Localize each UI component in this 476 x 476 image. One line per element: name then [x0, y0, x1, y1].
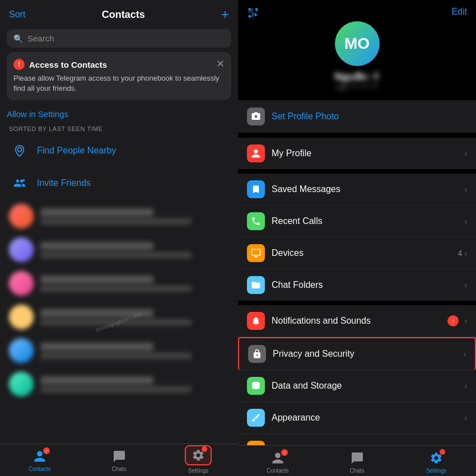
tab-chats-left[interactable]: Chats: [80, 449, 159, 474]
settings-scroll: Set Profile Photo My Profile ›: [238, 100, 476, 445]
settings-red-dot-right: [440, 449, 445, 455]
settings-tab-label-left: Settings: [188, 468, 208, 474]
settings-tab-icon-wrap-left: [190, 447, 206, 463]
my-profile-label: My Profile: [272, 148, 462, 158]
my-profile-chevron: ›: [464, 149, 467, 158]
contact-item-4: [0, 300, 238, 334]
contact-item-2: [0, 233, 238, 267]
devices-count: 4: [458, 249, 463, 258]
paintbrush-icon: [247, 409, 265, 427]
tab-contacts-left[interactable]: ! Contacts: [0, 449, 80, 474]
saved-chevron: ›: [464, 185, 467, 194]
find-nearby-label: Find People Nearby: [37, 146, 116, 156]
search-bar[interactable]: 🔍 Search: [7, 29, 231, 48]
contacts-header: Sort Contacts +: [0, 0, 238, 27]
close-banner-button[interactable]: ✕: [216, 58, 225, 70]
appearance-item[interactable]: Appearance ›: [238, 402, 476, 434]
edit-button[interactable]: Edit: [451, 7, 467, 17]
chat-folders-label: Chat Folders: [272, 280, 462, 290]
set-photo-group: Set Profile Photo: [238, 100, 476, 133]
invite-friends-label: Invite Friends: [37, 178, 91, 188]
gap-1: [238, 133, 476, 138]
svg-rect-13: [253, 14, 254, 17]
privacy-label: Privacy and Security: [273, 349, 461, 359]
settings-right-icon-wrap: [428, 450, 444, 466]
search-icon: 🔍: [13, 34, 23, 43]
qr-icon[interactable]: [247, 7, 259, 19]
privacy-chevron: ›: [463, 349, 466, 358]
calls-chevron: ›: [464, 217, 467, 226]
search-placeholder: Search: [27, 34, 54, 43]
profile-phone: +84 *** *** ***: [335, 83, 379, 91]
find-nearby-item[interactable]: Find People Nearby: [0, 134, 238, 167]
chats-tab-label: Chats: [111, 466, 126, 472]
appearance-label: Appearance: [272, 413, 462, 423]
contact-item-5: [0, 334, 238, 367]
tab-settings-left[interactable]: Settings: [158, 449, 238, 474]
tab-contacts-right[interactable]: ! Contacts: [238, 450, 318, 474]
devices-item[interactable]: Devices 4 ›: [238, 237, 476, 269]
chats-tab-icon-wrap: [111, 449, 127, 464]
phone-icon: [247, 212, 265, 230]
settings-tab-right-label: Settings: [426, 468, 446, 474]
location-icon: [9, 140, 30, 161]
svg-rect-8: [249, 15, 251, 16]
svg-rect-6: [255, 8, 256, 11]
data-chevron: ›: [464, 381, 467, 390]
right-tab-bar: ! Contacts Chats Settings: [238, 445, 476, 476]
bookmark-icon: [247, 180, 265, 198]
devices-icon: [247, 244, 265, 262]
contacts-title: Contacts: [102, 9, 145, 21]
devices-chevron: ›: [464, 249, 467, 258]
invite-friends-item[interactable]: Invite Friends: [0, 167, 238, 199]
svg-rect-9: [251, 16, 251, 18]
contacts-right-icon-wrap: !: [270, 450, 286, 466]
contacts-badge: !: [43, 447, 50, 454]
appearance-chevron: ›: [464, 413, 467, 422]
cylinder-icon: [247, 377, 265, 395]
saved-messages-item[interactable]: Saved Messages ›: [238, 174, 476, 206]
profile-name: Nguồn: !!: [335, 71, 380, 83]
svg-rect-11: [249, 12, 253, 12]
svg-rect-4: [256, 8, 258, 11]
access-banner-header: ! Access to Contacts ✕: [13, 59, 225, 70]
notif-chevron: ›: [464, 316, 467, 325]
contacts-badge-right: !: [281, 449, 288, 456]
contacts-tab-right-label: Contacts: [267, 468, 288, 474]
add-contact-button[interactable]: +: [221, 7, 229, 22]
set-profile-photo-item[interactable]: Set Profile Photo: [238, 100, 476, 133]
folder-icon: [247, 276, 265, 294]
tab-settings-right[interactable]: Settings: [396, 450, 476, 474]
allow-settings-button[interactable]: Allow in Settings: [0, 105, 238, 121]
person-add-icon: [9, 172, 30, 194]
settings-header: Edit: [238, 0, 476, 21]
settings-red-dot-left: [202, 446, 207, 452]
left-panel: Sort Contacts + 🔍 Search ! Access to Con…: [0, 0, 238, 476]
power-saving-label: Power Saving: [272, 445, 452, 445]
svg-rect-12: [253, 13, 256, 13]
contact-item-1: [0, 199, 238, 233]
chats-tab-right-label: Chats: [349, 468, 364, 474]
profile-section: MO Nguồn: !! +84 *** *** ***: [238, 21, 476, 100]
contacts-tab-label: Contacts: [29, 466, 50, 472]
settings-highlight-box: [185, 445, 212, 465]
power-saving-item[interactable]: Power Saving Off ›: [238, 434, 476, 445]
tab-chats-right[interactable]: Chats: [318, 450, 397, 474]
notifications-alert: !: [447, 315, 459, 326]
sort-button[interactable]: Sort: [9, 10, 25, 20]
contact-item-3: [0, 267, 238, 300]
data-storage-item[interactable]: Data and Storage ›: [238, 370, 476, 402]
contact-item-6: [0, 367, 238, 401]
folders-chevron: ›: [464, 281, 467, 290]
my-profile-item[interactable]: My Profile ›: [238, 138, 476, 169]
privacy-security-item[interactable]: Privacy and Security ›: [238, 337, 476, 370]
left-tab-bar: ! Contacts Chats Setting: [0, 444, 238, 476]
recent-calls-label: Recent Calls: [272, 216, 462, 226]
settings-menu-group: Notifications and Sounds ! › Privacy and…: [238, 305, 476, 445]
recent-calls-item[interactable]: Recent Calls ›: [238, 206, 476, 237]
chat-folders-item[interactable]: Chat Folders ›: [238, 269, 476, 301]
saved-messages-label: Saved Messages: [272, 184, 462, 194]
notifications-item[interactable]: Notifications and Sounds ! ›: [238, 305, 476, 337]
svg-rect-1: [249, 8, 251, 11]
svg-rect-14: [255, 14, 257, 16]
